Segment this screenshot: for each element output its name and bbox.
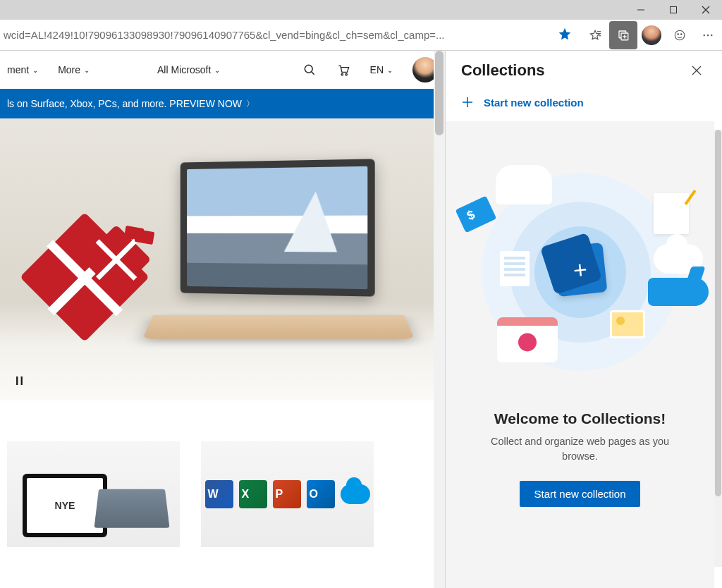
maximize-button[interactable] bbox=[657, 0, 690, 20]
chevron-down-icon: ⌄ bbox=[84, 66, 90, 74]
language-selector[interactable]: EN ⌄ bbox=[370, 64, 393, 75]
powerpoint-icon: P bbox=[273, 480, 301, 508]
favorite-star-filled-icon[interactable] bbox=[558, 27, 572, 44]
product-tiles: NYE W X P O bbox=[0, 400, 445, 547]
collections-button[interactable] bbox=[609, 21, 637, 49]
collections-panel: Collections Start new collection + bbox=[445, 51, 722, 588]
feedback-smiley-button[interactable] bbox=[666, 21, 694, 49]
start-new-collection-link[interactable]: Start new collection bbox=[446, 87, 722, 121]
language-label: EN bbox=[370, 64, 384, 75]
gift-box-icon bbox=[92, 235, 141, 284]
welcome-text: Collect and organize web pages as you br… bbox=[489, 434, 672, 464]
window-titlebar bbox=[0, 0, 722, 20]
tile-office-apps[interactable]: W X P O bbox=[201, 441, 374, 547]
minimize-button[interactable] bbox=[625, 0, 657, 20]
nav-item-label: All Microsoft bbox=[157, 64, 211, 75]
favorites-list-button[interactable] bbox=[581, 21, 609, 49]
tile-surface-go[interactable]: NYE bbox=[7, 441, 180, 547]
outlook-icon: O bbox=[307, 480, 335, 508]
collections-empty-state: + Welcome to Collections! Collect and or… bbox=[446, 121, 714, 588]
collections-illustration: + bbox=[460, 152, 700, 392]
url-text: wcid=AL!4249!10!79096133098930!790961409… bbox=[4, 29, 552, 41]
promo-text: ls on Surface, Xbox, PCs, and more. PREV… bbox=[7, 98, 242, 109]
address-bar[interactable]: wcid=AL!4249!10!79096133098930!790961409… bbox=[0, 24, 578, 47]
chevron-right-icon: 〉 bbox=[246, 98, 255, 110]
profile-avatar[interactable] bbox=[642, 25, 661, 45]
collections-scrollbar-thumb[interactable] bbox=[715, 130, 721, 496]
start-new-collection-button[interactable]: Start new collection bbox=[520, 481, 640, 507]
chevron-down-icon: ⌄ bbox=[214, 66, 220, 74]
cart-icon[interactable] bbox=[336, 63, 350, 77]
svg-point-20 bbox=[345, 74, 347, 75]
nav-item-more[interactable]: More ⌄ bbox=[58, 64, 90, 75]
close-window-button[interactable] bbox=[690, 0, 722, 20]
chevron-down-icon: ⌄ bbox=[387, 66, 393, 74]
page-scrollbar[interactable] bbox=[434, 51, 445, 588]
search-icon[interactable] bbox=[302, 63, 317, 77]
nav-item-all-microsoft[interactable]: All Microsoft ⌄ bbox=[157, 64, 220, 75]
carousel-pause-button[interactable]: II bbox=[16, 375, 25, 388]
more-menu-button[interactable] bbox=[694, 21, 722, 49]
page-scrollbar-thumb[interactable] bbox=[435, 51, 443, 135]
plus-icon bbox=[461, 96, 474, 109]
hero-banner[interactable]: II bbox=[0, 118, 434, 400]
svg-point-11 bbox=[675, 30, 685, 40]
promo-banner[interactable]: ls on Surface, Xbox, PCs, and more. PREV… bbox=[0, 89, 445, 118]
word-icon: W bbox=[205, 480, 233, 508]
svg-point-14 bbox=[704, 34, 705, 35]
svg-line-18 bbox=[311, 72, 314, 75]
onedrive-icon bbox=[341, 484, 370, 504]
collections-title: Collections bbox=[461, 61, 545, 80]
svg-point-16 bbox=[711, 34, 712, 35]
collections-scrollbar[interactable] bbox=[714, 130, 722, 567]
site-nav: ment ⌄ More ⌄ All Microsoft ⌄ EN ⌄ bbox=[0, 51, 445, 89]
nav-item-label: More bbox=[58, 64, 80, 75]
keyboard-image bbox=[94, 489, 170, 528]
chevron-down-icon: ⌄ bbox=[32, 66, 38, 74]
browser-toolbar: wcid=AL!4249!10!79096133098930!790961409… bbox=[0, 20, 722, 51]
excel-icon: X bbox=[239, 480, 267, 508]
svg-point-12 bbox=[678, 33, 679, 35]
svg-point-13 bbox=[681, 33, 683, 35]
welcome-heading: Welcome to Collections! bbox=[494, 410, 666, 427]
svg-point-19 bbox=[341, 74, 343, 75]
close-collections-button[interactable] bbox=[687, 61, 706, 80]
nav-item-ment[interactable]: ment ⌄ bbox=[7, 64, 38, 75]
svg-point-15 bbox=[707, 34, 709, 35]
nav-item-label: ment bbox=[7, 64, 29, 75]
svg-rect-1 bbox=[671, 7, 677, 13]
webpage-viewport: ment ⌄ More ⌄ All Microsoft ⌄ EN ⌄ bbox=[0, 51, 445, 588]
laptop-image bbox=[148, 161, 409, 358]
collections-header: Collections bbox=[446, 51, 722, 87]
tablet-screen-text: NYE bbox=[27, 478, 103, 533]
start-new-collection-label: Start new collection bbox=[484, 97, 584, 109]
tablet-image: NYE bbox=[23, 474, 107, 537]
